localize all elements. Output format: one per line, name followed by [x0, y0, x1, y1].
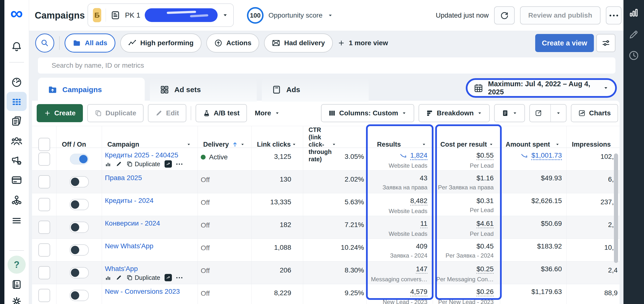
campaign-toggle[interactable] — [70, 176, 89, 187]
amount-spent-value: $183.92 — [537, 243, 562, 250]
sidebar-guide-icon[interactable] — [10, 278, 24, 291]
date-range-selector[interactable]: Maximum: Jul 4, 2022 – Aug 4, 2025 — [466, 78, 617, 98]
cost-per-result-value[interactable]: $0.55 — [476, 152, 494, 160]
date-range-label: Maximum: Jul 4, 2022 – Aug 4, 2025 — [488, 80, 598, 96]
row-checkbox[interactable] — [38, 175, 50, 188]
chevron-down-icon — [222, 12, 228, 18]
opportunity-score[interactable]: 100 Opportunity score — [247, 0, 333, 31]
sort-ascending-icon — [232, 141, 238, 148]
history-clock-icon[interactable] — [627, 49, 640, 62]
campaign-name-link[interactable]: Конверсии - 2024 — [105, 220, 160, 227]
account-overview-gauge-icon[interactable] — [10, 75, 24, 89]
campaign-name-link[interactable]: New - Conversions 2023 — [105, 288, 180, 296]
sidebar-item-ads-settings-icon[interactable] — [10, 154, 24, 167]
notifications-bell-icon[interactable] — [10, 39, 24, 53]
sidebar-item-campaigns[interactable] — [10, 95, 24, 109]
edit-button[interactable]: Edit — [148, 104, 186, 122]
row-checkbox[interactable] — [38, 221, 50, 234]
search-input[interactable] — [38, 57, 616, 73]
tab-campaigns[interactable]: Campaigns — [38, 78, 145, 102]
campaign-name-link[interactable]: Кредиты - 2024 — [105, 197, 154, 205]
view-actions[interactable]: Actions — [206, 33, 260, 52]
view-settings-sliders-icon[interactable] — [596, 34, 616, 52]
one-more-view-button[interactable]: 1 more view — [338, 39, 388, 47]
cost-per-result-label: Per Lead — [470, 162, 494, 169]
campaign-toggle[interactable] — [70, 267, 89, 278]
view-all-ads[interactable]: All ads — [64, 33, 116, 52]
export-icon[interactable] — [530, 105, 547, 122]
campaign-toggle[interactable] — [70, 290, 89, 301]
more-options-button[interactable] — [606, 6, 622, 24]
vertical-scrollbar[interactable] — [614, 153, 618, 263]
ad-account-selector[interactable]: Б PK 1 — [88, 3, 234, 27]
row-checkbox[interactable] — [38, 266, 50, 279]
charts-button[interactable]: Charts — [571, 104, 618, 122]
campaign-toggle[interactable] — [70, 199, 89, 210]
create-button[interactable]: Create — [37, 104, 83, 122]
campaign-name-link[interactable]: Права 2025 — [105, 174, 142, 182]
sidebar-all-tools-menu-icon[interactable] — [10, 214, 24, 228]
row-checkbox[interactable] — [38, 198, 50, 211]
view-charts-icon[interactable] — [164, 274, 172, 281]
edit-pencil-icon[interactable] — [627, 28, 640, 41]
ab-test-button[interactable]: A/B test — [196, 104, 247, 122]
view-chart-bars-icon[interactable] — [105, 275, 111, 281]
amount-spent-value: $36.60 — [541, 265, 562, 273]
reports-button[interactable] — [494, 104, 525, 122]
performance-charts-icon[interactable] — [627, 6, 640, 19]
export-split-button[interactable] — [529, 104, 566, 122]
campaign-toggle[interactable] — [70, 154, 88, 164]
settings-gear-icon[interactable] — [10, 295, 24, 304]
row-checkbox[interactable] — [38, 152, 50, 166]
tab-ad-sets[interactable]: Ad sets — [150, 78, 257, 102]
cost-per-result-value[interactable]: $0.26 — [476, 288, 494, 297]
view-charts-icon[interactable] — [164, 160, 172, 168]
more-actions-icon[interactable] — [176, 277, 182, 278]
more-actions-icon[interactable] — [176, 163, 182, 165]
view-high-performing[interactable]: High performing — [120, 33, 202, 52]
link-clicks-value: 1,088 — [274, 244, 291, 252]
campaign-name-link[interactable]: New Whats'App — [105, 242, 153, 250]
campaign-toggle[interactable] — [70, 222, 89, 233]
help-icon[interactable]: ? — [8, 256, 26, 274]
search-view-button[interactable] — [35, 33, 54, 52]
campaign-name-link[interactable]: Кредиты 2025 - 240425 — [105, 151, 178, 159]
campaign-toggle[interactable] — [70, 244, 89, 256]
sidebar-item-billing-icon[interactable] — [10, 173, 24, 187]
results-value: 11 — [420, 220, 428, 228]
cost-per-result-value[interactable]: $0.25 — [476, 265, 494, 274]
breakdown-button[interactable]: Breakdown — [418, 104, 490, 122]
tab-ads[interactable]: Ads — [262, 78, 369, 102]
impressions-value: 88,9 — [604, 289, 618, 297]
export-options-caret[interactable] — [550, 105, 566, 122]
row-checkbox[interactable] — [38, 243, 50, 257]
duplicate-button[interactable]: Duplicate — [87, 104, 144, 122]
amount-spent-value[interactable]: $1,001.73 — [531, 152, 562, 160]
cost-per-result-value: $0.45 — [476, 243, 494, 250]
table-header-row: Off / On Campaign Delivery Link clicks — [32, 126, 620, 148]
pencil-icon — [155, 109, 162, 117]
view-chart-bars-icon[interactable] — [105, 161, 111, 167]
sidebar-item-assets-icon[interactable] — [10, 194, 24, 207]
row-checkbox[interactable] — [38, 289, 50, 302]
meta-logo-icon[interactable]: ∞ — [4, 4, 29, 22]
edit-pencil-icon[interactable] — [116, 161, 122, 167]
sidebar-item-pages-icon[interactable] — [10, 114, 24, 128]
edit-pencil-icon[interactable] — [116, 275, 122, 281]
review-and-publish-button[interactable]: Review and publish — [520, 6, 600, 24]
cost-per-result-label: Per Messaging Con… — [436, 276, 494, 283]
columns-button[interactable]: Columns: Custom — [321, 104, 414, 122]
view-had-delivery[interactable]: Had delivery — [264, 33, 333, 52]
more-button[interactable]: More — [251, 104, 283, 122]
sidebar-item-audiences-icon[interactable] — [10, 134, 24, 148]
duplicate-action[interactable]: Duplicate — [126, 274, 160, 281]
trend-down-icon — [400, 153, 408, 159]
table-toolbar: Create Duplicate Edit — [37, 104, 283, 122]
results-value[interactable]: 1,824 — [410, 152, 428, 160]
duplicate-action[interactable]: Duplicate — [126, 161, 160, 168]
cost-per-result-value[interactable]: $4.61 — [476, 220, 494, 228]
create-a-view-button[interactable]: Create a view — [535, 34, 594, 52]
divider — [191, 106, 191, 120]
refresh-button[interactable] — [494, 6, 515, 24]
campaign-name-link[interactable]: Whats'App — [105, 265, 138, 273]
